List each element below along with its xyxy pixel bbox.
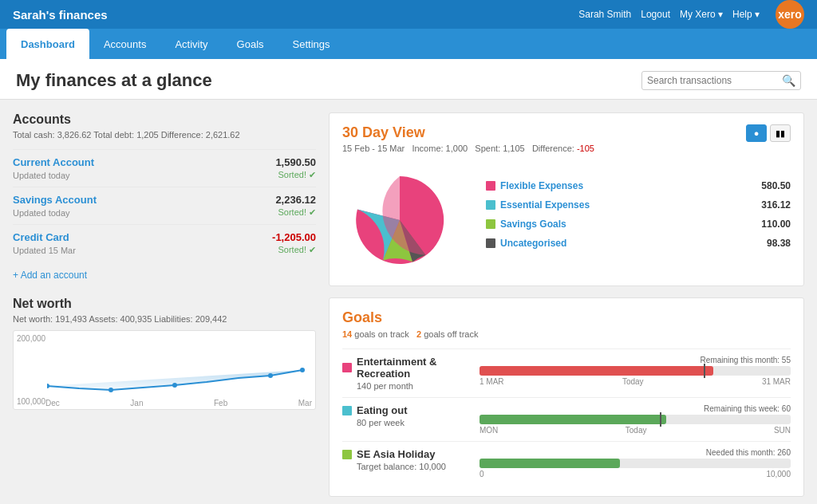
eating-date-left: MON: [480, 426, 498, 435]
flexible-dot: [486, 181, 495, 191]
diff-label: Difference:: [532, 144, 577, 153]
savings-account-name[interactable]: Savings Account: [13, 194, 97, 206]
entertainment-date-mid: Today: [622, 377, 644, 386]
eating-dates: MON Today SUN: [480, 426, 791, 435]
help-link[interactable]: Help ▾: [732, 9, 760, 20]
legend-row-essential: Essential Expenses 316.12: [486, 199, 791, 211]
uncategorised-dot: [486, 238, 495, 248]
y-label-100k: 100,000: [17, 397, 45, 406]
goal-row-eating: Eating out 80 per week Remaining this we…: [342, 397, 791, 441]
current-account-sorted: Sorted!: [278, 170, 316, 180]
savings-goals-dot: [486, 219, 495, 229]
svg-point-4: [268, 373, 273, 378]
pie-view-button[interactable]: ●: [746, 124, 767, 142]
current-account-amount: 1,590.50: [275, 156, 316, 168]
entertainment-dot: [342, 363, 352, 372]
legend-row-savings-goals: Savings Goals 110.00: [486, 219, 791, 230]
bar-view-button[interactable]: ▮▮: [770, 124, 791, 142]
my-xero-link[interactable]: My Xero ▾: [680, 9, 723, 20]
xero-logo: xero: [776, 0, 804, 29]
asia-date-left: 0: [480, 470, 484, 478]
savings-account-updated: Updated today: [13, 208, 70, 218]
eating-bar-fill: [480, 415, 666, 424]
current-account-updated: Updated today: [13, 171, 70, 180]
goal-row-entertainment: Entertainment & Recreation 140 per month…: [342, 348, 791, 397]
savings-account-amount: 2,236.12: [275, 194, 316, 206]
pie-chart-container: [342, 163, 470, 274]
search-input[interactable]: [647, 75, 782, 86]
goals-off-track-label: goals off track: [424, 329, 478, 339]
savings-goals-amount: 110.00: [761, 219, 791, 230]
search-box[interactable]: 🔍: [641, 71, 801, 90]
flexible-label[interactable]: Flexible Expenses: [500, 180, 583, 191]
y-axis-labels: 200,000 100,000: [17, 331, 45, 409]
pie-section: Flexible Expenses 580.50 Essential Expen…: [342, 163, 791, 274]
account-row-credit: Credit Card -1,205.00 Updated 15 Mar Sor…: [13, 224, 316, 262]
pie-chart-svg: [342, 163, 470, 274]
credit-card-updated: Updated 15 Mar: [13, 246, 76, 255]
nav-bar: Dashboard Accounts Activity Goals Settin…: [0, 29, 817, 59]
entertainment-dates: 1 MAR Today 31 MAR: [480, 377, 791, 386]
asia-bar-track: [480, 459, 791, 468]
nav-activity[interactable]: Activity: [160, 29, 222, 59]
page-title: My finances at a glance: [16, 70, 212, 91]
asia-dot: [342, 450, 352, 459]
nav-accounts[interactable]: Accounts: [89, 29, 160, 59]
top-bar: Sarah's finances Sarah Smith Logout My X…: [0, 0, 817, 29]
thirty-day-subtitle: 15 Feb - 15 Mar Income: 1,000 Spent: 1,1…: [342, 144, 594, 153]
asia-date-right: 10,000: [766, 470, 791, 478]
credit-card-sorted: Sorted!: [278, 245, 316, 255]
y-label-200k: 200,000: [17, 334, 45, 343]
goal-row-asia: SE Asia Holiday Target balance: 10,000 N…: [342, 441, 791, 485]
nav-dashboard[interactable]: Dashboard: [6, 29, 89, 59]
uncategorised-label[interactable]: Uncategorised: [500, 238, 566, 249]
savings-account-sorted: Sorted!: [278, 207, 316, 218]
thirty-day-card: 30 Day View 15 Feb - 15 Mar Income: 1,00…: [329, 112, 804, 286]
savings-goals-label[interactable]: Savings Goals: [500, 219, 566, 230]
x-label-dec: Dec: [45, 399, 60, 408]
main-content: Accounts Total cash: 3,826.62 Total debt…: [0, 100, 817, 504]
view-toggle: ● ▮▮: [746, 124, 791, 142]
eating-date-mid: Today: [626, 426, 647, 435]
goals-subtitle: 14 goals on track 2 goals off track: [342, 329, 791, 339]
line-chart-svg: [47, 334, 312, 395]
credit-card-name[interactable]: Credit Card: [13, 231, 69, 243]
goals-on-track: 14: [342, 329, 352, 339]
asia-remaining: Needed this month: 260: [480, 448, 791, 457]
app-title: Sarah's finances: [13, 8, 108, 22]
eating-name: Eating out: [357, 404, 408, 416]
x-axis-labels: Dec Jan Feb Mar: [45, 399, 312, 408]
user-name: Sarah Smith: [578, 9, 631, 20]
income-label: Income: 1,000: [412, 144, 468, 153]
net-worth-section: Net worth Net worth: 191,493 Assets: 400…: [13, 297, 316, 410]
svg-point-2: [109, 388, 113, 392]
entertainment-date-right: 31 MAR: [762, 377, 791, 386]
logout-link[interactable]: Logout: [641, 9, 670, 20]
essential-label[interactable]: Essential Expenses: [500, 199, 590, 211]
asia-sub: Target balance: 10,000: [342, 462, 470, 471]
nav-settings[interactable]: Settings: [278, 29, 345, 59]
asia-dates: 0 10,000: [480, 470, 791, 478]
accounts-section: Accounts Total cash: 3,826.62 Total debt…: [13, 112, 316, 281]
eating-remaining: Remaining this week: 60: [480, 404, 791, 413]
entertainment-bar-track: [480, 366, 791, 376]
right-panel: 30 Day View 15 Feb - 15 Mar Income: 1,00…: [329, 112, 804, 504]
eating-sub: 80 per week: [342, 418, 470, 427]
account-row-current: Current Account 1,590.50 Updated today S…: [13, 149, 316, 187]
page-header: My finances at a glance 🔍: [0, 59, 817, 100]
current-account-name[interactable]: Current Account: [13, 156, 94, 168]
eating-dot: [342, 406, 352, 415]
goals-card: Goals 14 goals on track 2 goals off trac…: [329, 297, 804, 497]
eating-today-marker: [660, 412, 661, 427]
legend-row-uncategorised: Uncategorised 98.38: [486, 238, 791, 249]
x-label-mar: Mar: [298, 399, 312, 408]
svg-point-1: [47, 384, 49, 388]
asia-bar-fill: [480, 459, 620, 468]
entertainment-sub: 140 per month: [342, 381, 470, 391]
accounts-title: Accounts: [13, 112, 316, 127]
essential-dot: [486, 200, 495, 210]
add-account-link[interactable]: + Add an account: [13, 270, 87, 281]
essential-amount: 316.12: [761, 199, 791, 211]
entertainment-today-marker: [704, 364, 705, 378]
nav-goals[interactable]: Goals: [223, 29, 278, 59]
